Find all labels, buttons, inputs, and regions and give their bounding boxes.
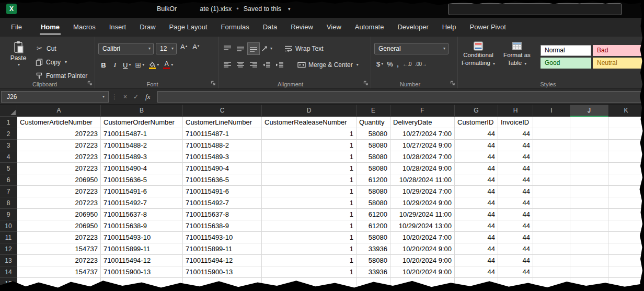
column-header-A[interactable]: A xyxy=(17,105,101,117)
cell-G10[interactable]: 44 xyxy=(455,220,498,232)
cell-E3[interactable]: 58080 xyxy=(356,140,390,151)
cell-I9[interactable] xyxy=(533,209,570,220)
cell-I3[interactable] xyxy=(533,140,570,151)
formula-input[interactable] xyxy=(157,91,643,103)
cell-J11[interactable] xyxy=(570,232,608,243)
row-header-15[interactable]: 15 xyxy=(0,278,17,289)
cell-F15[interactable] xyxy=(390,278,455,289)
tab-formulas[interactable]: Formulas xyxy=(214,18,256,37)
row-header-2[interactable]: 2 xyxy=(0,128,17,140)
cell-B6[interactable]: 7100115636-5 xyxy=(101,174,183,186)
cell-G14[interactable]: 44 xyxy=(455,266,498,278)
cell-B7[interactable]: 7100115491-6 xyxy=(101,186,183,197)
align-center-button[interactable] xyxy=(235,59,246,71)
cell-H14[interactable]: 44 xyxy=(498,266,533,278)
cell-B9[interactable]: 7100115637-8 xyxy=(101,209,183,220)
cell-D11[interactable]: 1 xyxy=(262,232,356,243)
cell-H1[interactable]: InvoiceID xyxy=(498,117,533,128)
cell-F9[interactable]: 10/29/2024 11:00 xyxy=(390,209,455,220)
number-dialog-launcher-icon[interactable] xyxy=(450,81,455,86)
cell-J5[interactable] xyxy=(570,163,608,174)
insert-function-icon[interactable]: fx xyxy=(142,93,154,101)
cell-K8[interactable] xyxy=(608,197,644,209)
cell-K3[interactable] xyxy=(608,140,644,151)
merge-center-button[interactable]: Merge & Center ▾ xyxy=(297,61,359,69)
borders-button[interactable]: ⊞ ▾ xyxy=(133,59,146,71)
cell-C7[interactable]: 7100115491-6 xyxy=(183,186,262,197)
tab-automate[interactable]: Automate xyxy=(348,18,391,37)
align-right-button[interactable] xyxy=(248,59,259,71)
cell-E5[interactable]: 58080 xyxy=(356,163,390,174)
wrap-text-button[interactable]: Wrap Text xyxy=(284,45,324,52)
cell-K4[interactable] xyxy=(608,151,644,163)
cell-B2[interactable]: 7100115487-1 xyxy=(101,128,183,140)
cell-G8[interactable]: 44 xyxy=(455,197,498,209)
cell-E15[interactable] xyxy=(356,278,390,289)
cell-G5[interactable]: 44 xyxy=(455,163,498,174)
column-header-G[interactable]: G xyxy=(455,105,498,117)
format-painter-button[interactable]: Format Painter xyxy=(36,70,87,81)
cell-K5[interactable] xyxy=(608,163,644,174)
search-box[interactable] xyxy=(448,3,622,15)
cell-J4[interactable] xyxy=(570,151,608,163)
cell-J14[interactable] xyxy=(570,266,608,278)
cell-A8[interactable]: 207223 xyxy=(17,197,101,209)
cell-J6[interactable] xyxy=(570,174,608,186)
cell-C6[interactable]: 7100115636-5 xyxy=(183,174,262,186)
paste-button[interactable]: Paste ▾ xyxy=(6,40,30,81)
cell-F13[interactable]: 10/20/2024 9:00 xyxy=(390,255,455,266)
cell-G6[interactable]: 44 xyxy=(455,174,498,186)
cell-D1[interactable]: CustomerRealeaseNumber xyxy=(262,117,356,128)
decrease-font-size-button[interactable]: A ▾ xyxy=(191,43,201,54)
cell-I13[interactable] xyxy=(533,255,570,266)
cell-E6[interactable]: 61200 xyxy=(356,174,390,186)
row-header-12[interactable]: 12 xyxy=(0,243,17,255)
cell-K12[interactable] xyxy=(608,243,644,255)
cell-F3[interactable]: 10/27/2024 9:00 xyxy=(390,140,455,151)
align-top-button[interactable] xyxy=(222,43,233,54)
cell-D15[interactable] xyxy=(262,278,356,289)
cell-A5[interactable]: 207223 xyxy=(17,163,101,174)
cell-D9[interactable]: 1 xyxy=(262,209,356,220)
column-header-J[interactable]: J xyxy=(570,105,608,117)
cell-C2[interactable]: 7100115487-1 xyxy=(183,128,262,140)
increase-decimal-button[interactable]: ←.0 xyxy=(402,61,411,67)
align-bottom-button[interactable] xyxy=(248,43,259,54)
cell-H12[interactable]: 44 xyxy=(498,243,533,255)
row-header-4[interactable]: 4 xyxy=(0,151,17,163)
cell-A6[interactable]: 206950 xyxy=(17,174,101,186)
cell-D12[interactable]: 1 xyxy=(262,243,356,255)
cell-H6[interactable]: 44 xyxy=(498,174,533,186)
cell-C14[interactable]: 7100115900-13 xyxy=(183,266,262,278)
cell-H4[interactable]: 44 xyxy=(498,151,533,163)
cell-B12[interactable]: 7100115899-11 xyxy=(101,243,183,255)
cell-K15[interactable] xyxy=(608,278,644,289)
tab-developer[interactable]: Developer xyxy=(390,18,435,37)
cell-B1[interactable]: CustomerOrderNumber xyxy=(101,117,183,128)
cell-K1[interactable] xyxy=(608,117,644,128)
cell-J10[interactable] xyxy=(570,220,608,232)
tab-review[interactable]: Review xyxy=(284,18,320,37)
cell-H10[interactable]: 44 xyxy=(498,220,533,232)
increase-indent-button[interactable] xyxy=(274,59,285,71)
cell-D7[interactable]: 1 xyxy=(262,186,356,197)
cell-A11[interactable]: 207223 xyxy=(17,232,101,243)
cell-D4[interactable]: 1 xyxy=(262,151,356,163)
cell-F7[interactable]: 10/29/2024 7:00 xyxy=(390,186,455,197)
decrease-indent-button[interactable] xyxy=(261,59,272,71)
cell-C9[interactable]: 7100115637-8 xyxy=(183,209,262,220)
cell-H5[interactable]: 44 xyxy=(498,163,533,174)
cell-B3[interactable]: 7100115488-2 xyxy=(101,140,183,151)
excel-logo-icon[interactable]: X xyxy=(6,4,17,14)
cell-J12[interactable] xyxy=(570,243,608,255)
cell-E9[interactable]: 61200 xyxy=(356,209,390,220)
comma-style-button[interactable]: , xyxy=(397,59,399,69)
fill-color-button[interactable]: ▾ xyxy=(147,59,160,71)
cell-E11[interactable]: 58080 xyxy=(356,232,390,243)
row-header-6[interactable]: 6 xyxy=(0,174,17,186)
cell-I5[interactable] xyxy=(533,163,570,174)
cell-J1[interactable] xyxy=(570,117,608,128)
column-header-D[interactable]: D xyxy=(262,105,356,117)
cell-F12[interactable]: 10/20/2024 9:00 xyxy=(390,243,455,255)
cell-I10[interactable] xyxy=(533,220,570,232)
